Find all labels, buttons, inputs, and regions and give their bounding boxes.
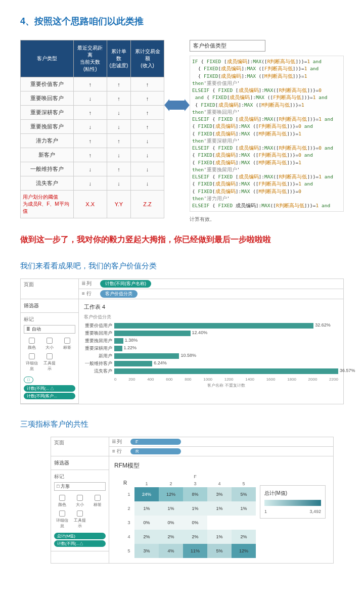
pages-shelf-2: 页面 <box>51 437 109 456</box>
legend-title: 总计(M值) <box>264 490 321 497</box>
heat-cell[interactable] <box>232 516 256 530</box>
table-header: 客户类型 <box>21 40 74 77</box>
heat-cell[interactable]: 3% <box>207 487 232 501</box>
mark-pill-2[interactable]: 计数(不同(... △ <box>24 385 75 392</box>
table-cell: ↑ <box>131 106 164 120</box>
bar-row: 新用户10.58% <box>84 353 338 360</box>
filters-shelf: 筛选器 <box>21 299 78 313</box>
heat-cell[interactable]: 2% <box>159 530 183 544</box>
tableau-panel-1: 页面 iii 列计数(不同(客户名称) ≡ 行客户价值分类 筛选器 标记 ≣ 自… <box>20 278 344 404</box>
legend-max: 3,492 <box>309 509 321 514</box>
legend-gradient <box>264 500 321 506</box>
heat-cell[interactable]: 0% <box>134 516 159 530</box>
heat-cell[interactable]: 1% <box>134 501 159 516</box>
f-axis-label: F <box>134 474 256 479</box>
table-cell: 一般维持客户 <box>21 162 74 176</box>
heat-cell[interactable]: 5% <box>232 487 256 501</box>
pages-shelf: 页面 <box>21 279 79 299</box>
table-footer-cell: Y.Y <box>107 191 130 218</box>
calc-field-name[interactable]: 客户价值类型 <box>190 40 265 52</box>
color-legend[interactable]: 总计(M值) 13,492 <box>260 485 326 519</box>
heading-step4: 4、按照这个思路咱们以此类推 <box>20 15 344 27</box>
table-cell: ↓ <box>131 148 164 162</box>
table-footer-cell: Z.Z <box>131 191 164 218</box>
heat-cell[interactable]: 4% <box>159 544 183 558</box>
heat-cell[interactable]: 3% <box>134 544 159 558</box>
heat-cell[interactable]: 1% <box>232 501 256 516</box>
bar-row: 重要深耕用户1.22% <box>84 345 338 352</box>
mark-pill-3[interactable]: 计数(不同(客户... <box>24 393 75 399</box>
mark-pill-5[interactable]: 计数(不同(...△ <box>54 540 106 547</box>
filters-shelf-2: 筛选器 <box>51 456 109 470</box>
mark-pill-4[interactable]: 总计(M值) <box>54 533 106 539</box>
table-cell: ↓ <box>73 176 107 191</box>
table-cell: ↑ <box>73 77 107 91</box>
table-cell: ↑ <box>107 162 130 176</box>
heat-cell[interactable]: 5% <box>207 544 232 558</box>
marks-select-2[interactable]: □ 方形 <box>54 482 106 491</box>
table-cell: ↓ <box>107 120 130 134</box>
mark-option[interactable]: 大小 <box>72 494 88 508</box>
heat-col-header: 2 <box>159 480 183 487</box>
praise-text: 做到这一步了，我对你的毅力竖起大拇指，你已经做到最后一步啦啦啦 <box>20 233 344 246</box>
table-cell: ↓ <box>107 148 130 162</box>
table-cell: ↑ <box>107 77 130 91</box>
chart-sub: 客户价值分类 <box>84 314 338 320</box>
mark-option[interactable]: 标签 <box>59 337 75 351</box>
table-cell: ↑ <box>131 77 164 91</box>
heat-cell[interactable]: 1% <box>183 501 207 516</box>
heat-row-header: 3 <box>123 516 134 530</box>
mark-option[interactable]: 详细信息 <box>54 509 71 530</box>
heat-cell[interactable]: 12% <box>232 544 256 558</box>
heat-cell[interactable]: 12% <box>159 487 183 501</box>
heat-cell[interactable]: 0% <box>159 516 183 530</box>
r-axis-label: R <box>123 480 134 487</box>
bar-row: 重要挽留用户1.38% <box>84 338 338 345</box>
table-cell: ↑ <box>73 106 107 120</box>
table-cell: 重要挽留客户 <box>21 120 74 134</box>
heat-col-header: 4 <box>207 480 232 487</box>
columns-pill[interactable]: 计数(不同(客户名称) <box>100 280 151 288</box>
bar-row: 流失客户36.57% <box>84 368 338 375</box>
columns-pill-2[interactable]: F <box>130 439 181 445</box>
table-cell: ↑ <box>131 91 164 106</box>
mark-option[interactable]: 详细信息 <box>24 352 40 373</box>
table-cell: 重要深耕客户 <box>21 106 74 120</box>
heat-cell[interactable]: 1% <box>207 501 232 516</box>
heat-cell[interactable]: 11% <box>183 544 207 558</box>
table-cell: ↑ <box>73 148 107 162</box>
sheet-title: 工作表 4 <box>84 303 338 311</box>
heat-cell[interactable]: 2% <box>183 530 207 544</box>
heat-cell[interactable]: 1% <box>207 530 232 544</box>
table-cell: ↓ <box>73 162 107 176</box>
columns-label-2: iii 列 <box>112 438 127 445</box>
mark-pill-1[interactable]: □ <box>24 377 33 383</box>
marks-select[interactable]: ≣ 自动 <box>24 325 75 334</box>
rows-pill-2[interactable]: R <box>130 448 181 454</box>
table-cell: ↓ <box>107 176 130 191</box>
table-cell: ↓ <box>107 106 130 120</box>
heat-cell[interactable]: 24% <box>134 487 159 501</box>
mark-option[interactable]: 标签 <box>89 494 106 508</box>
section3-heading: 三项指标客户的共性 <box>20 420 344 429</box>
marks-label: 标记 <box>24 316 75 323</box>
mark-option[interactable]: 工具提示 <box>41 352 58 373</box>
mark-option[interactable]: 工具提示 <box>72 509 88 530</box>
mark-option[interactable]: 大小 <box>41 337 58 351</box>
section2-heading: 我们来看看成果吧，我们的客户价值分类 <box>20 261 344 271</box>
heat-cell[interactable]: 2% <box>134 530 159 544</box>
calc-code[interactable]: IF { FIXED [成员编码]:MAX([R判断高与低])}=1 and {… <box>190 56 344 212</box>
table-cell: 重要唤回客户 <box>21 91 74 106</box>
heat-cell[interactable]: 8% <box>183 487 207 501</box>
mark-option[interactable]: 颜色 <box>54 494 71 508</box>
heat-cell[interactable]: 1% <box>159 501 183 516</box>
heat-cell[interactable] <box>207 516 232 530</box>
table-header: 累计单数(忠诚度) <box>107 40 130 77</box>
heat-cell[interactable]: 0% <box>183 516 207 530</box>
rows-pill[interactable]: 客户价值分类 <box>100 290 138 298</box>
table-cell: ↓ <box>131 176 164 191</box>
heat-cell[interactable]: 2% <box>232 530 256 544</box>
table-cell: 新客户 <box>21 148 74 162</box>
mark-option[interactable]: 颜色 <box>24 337 40 351</box>
table-cell: ↓ <box>73 91 107 106</box>
